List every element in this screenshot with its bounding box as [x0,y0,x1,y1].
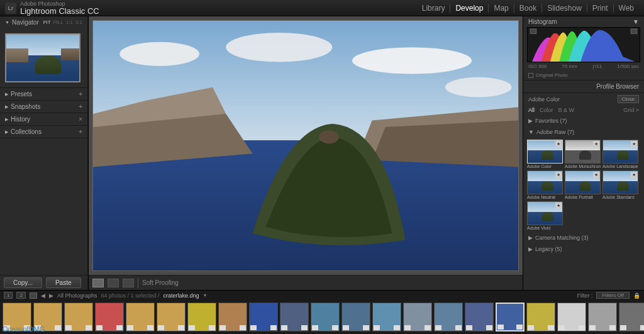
flag-icon[interactable] [158,325,164,330]
flag-icon[interactable] [312,325,318,330]
filmstrip-thumb[interactable] [434,303,463,331]
legacy-category[interactable]: ▶Legacy (5) [523,243,644,255]
grid-view-toggle[interactable]: Grid > [623,107,639,113]
filmstrip-thumb[interactable] [619,303,644,331]
photo-canvas[interactable] [92,20,519,271]
collections-header[interactable]: ▶Collections+ [0,126,87,138]
close-button[interactable]: Close [618,95,639,103]
filmstrip-thumb[interactable] [557,303,586,331]
flag-icon[interactable] [497,325,504,330]
filmstrip-thumb[interactable] [526,303,555,331]
zoom-1-1[interactable]: 1:1 [66,19,73,25]
module-web[interactable]: Web [613,4,639,13]
presets-header[interactable]: ▶Presets+ [0,88,87,100]
checkbox-icon[interactable] [528,73,533,78]
filters-off-button[interactable]: Filters Off [596,292,630,299]
flag-icon[interactable] [528,325,534,330]
snapshots-header[interactable]: ▶Snapshots+ [0,101,87,113]
filmstrip-thumb[interactable] [249,303,278,331]
compare-icon[interactable] [123,279,134,287]
chevron-left-icon[interactable]: ◀ [41,292,45,299]
flag-icon[interactable] [404,325,411,330]
badge-icon[interactable] [240,325,246,330]
plus-icon[interactable]: × [79,116,82,123]
badge-icon[interactable] [455,325,462,330]
star-icon[interactable]: ★ [555,172,562,178]
profile-item[interactable]: ★Adobe Monochrome [565,140,601,169]
filmstrip-thumb[interactable] [126,303,155,331]
flag-icon[interactable] [466,325,472,330]
profile-browser-header[interactable]: Profile Browser [523,80,644,93]
chevron-down-icon[interactable]: ▼ [203,293,208,298]
tab-color[interactable]: Color [540,107,553,113]
chevron-right-icon[interactable]: ▶ [49,292,53,299]
zoom-fit[interactable]: FIT [43,19,51,25]
badge-icon[interactable] [178,325,184,330]
adobe-raw-category[interactable]: ▼Adobe Raw (7) [523,126,644,138]
flag-icon[interactable] [374,325,380,330]
filmstrip[interactable]: OceanofDMG [0,300,644,334]
badge-icon[interactable] [425,325,431,330]
histogram[interactable] [527,27,640,62]
camera-matching-category[interactable]: ▶Camera Matching (3) [523,232,644,243]
before-after-icon[interactable] [108,279,119,287]
flag-icon[interactable] [620,325,626,330]
breadcrumb[interactable]: All Photographs [57,292,97,299]
navigator-header[interactable]: ▼ Navigator FIT FILL 1:1 3:1 [0,16,87,28]
badge-icon[interactable] [116,325,123,330]
flag-icon[interactable] [219,325,226,330]
filmstrip-thumb[interactable] [157,303,186,331]
plus-icon[interactable]: + [79,128,82,135]
module-print[interactable]: Print [587,4,613,13]
filmstrip-thumb[interactable] [465,303,494,331]
filmstrip-thumb[interactable] [187,303,216,331]
badge-icon[interactable] [363,325,369,330]
zoom-3-1[interactable]: 3:1 [75,19,82,25]
flag-icon[interactable] [127,325,133,330]
paste-button[interactable]: Paste [46,277,81,288]
tab-all[interactable]: All [528,107,535,113]
flag-icon[interactable] [189,325,195,330]
filmstrip-thumb[interactable] [95,303,124,331]
history-header[interactable]: ▶History× [0,113,87,125]
badge-icon[interactable] [394,325,400,330]
star-icon[interactable]: ★ [593,141,599,147]
flag-icon[interactable] [343,325,349,330]
flag-icon[interactable] [589,325,596,330]
badge-icon[interactable] [301,325,308,330]
badge-icon[interactable] [609,325,616,330]
flag-icon[interactable] [435,325,441,330]
badge-icon[interactable] [516,325,523,330]
badge-icon[interactable] [579,325,585,330]
badge-icon[interactable] [147,325,153,330]
zoom-fill[interactable]: FILL [53,19,64,25]
plus-icon[interactable]: + [79,103,82,110]
badge-icon[interactable] [640,325,644,330]
profile-item[interactable]: ★Adobe Color [527,140,563,169]
star-icon[interactable]: ★ [593,172,599,178]
badge-icon[interactable] [86,325,92,330]
profile-item[interactable]: ★Adobe Standard [602,170,638,199]
filmstrip-thumb[interactable] [218,303,247,331]
lock-icon[interactable]: 🔒 [633,292,640,299]
filmstrip-thumb[interactable] [311,303,340,331]
profile-item[interactable]: ★Adobe Vivid [527,201,563,230]
badge-icon[interactable] [548,325,554,330]
badge-icon[interactable] [486,325,492,330]
grid-icon[interactable] [30,292,37,299]
module-map[interactable]: Map [488,4,513,13]
tab-bw[interactable]: B & W [558,107,575,113]
screen-2-badge[interactable]: 2 [16,292,25,299]
badge-icon[interactable] [270,325,277,330]
profile-item[interactable]: ★Adobe Landscape [602,140,638,169]
screen-1-badge[interactable]: 1 [4,292,13,299]
plus-icon[interactable]: + [79,91,82,97]
filmstrip-thumb[interactable] [496,303,525,331]
histogram-header[interactable]: Histogram▼ [523,16,644,27]
filmstrip-thumb[interactable] [588,303,617,331]
filmstrip-thumb[interactable] [341,303,370,331]
loupe-view-icon[interactable] [92,279,104,287]
module-book[interactable]: Book [514,4,541,13]
flag-icon[interactable] [65,325,72,330]
star-icon[interactable]: ★ [555,141,562,147]
